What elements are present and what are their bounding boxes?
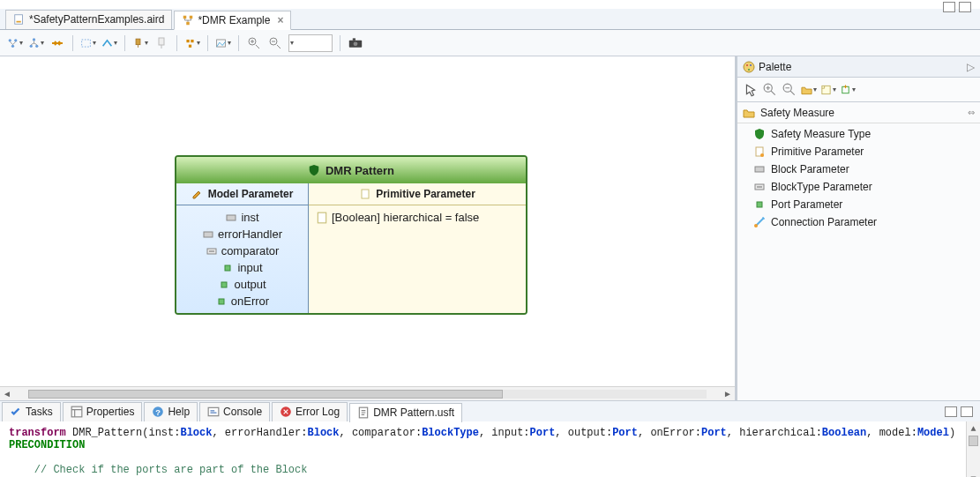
palette-panel: Palette ▷ Safety Measure ⇔ Safety Measur…: [737, 56, 980, 400]
folder-open-icon: [743, 107, 755, 119]
view-help[interactable]: ?Help: [144, 402, 198, 421]
route-icon[interactable]: [101, 35, 117, 51]
view-tasks[interactable]: Tasks: [2, 402, 61, 421]
pattern-node[interactable]: DMR Pattern Model Parameter inst errorHa…: [175, 155, 527, 315]
svg-rect-15: [191, 39, 193, 41]
diagram-toolbar: [0, 30, 980, 56]
model-param[interactable]: comparator: [182, 242, 303, 259]
source-editor[interactable]: transform DMR_Pattern(inst:Block, errorH…: [0, 421, 980, 477]
zoom-in-icon[interactable]: [762, 82, 778, 98]
svg-point-5: [9, 39, 11, 41]
horizontal-sash[interactable]: [0, 399, 980, 402]
model-param[interactable]: onError: [182, 293, 303, 309]
zoom-out-icon[interactable]: [267, 35, 283, 51]
layout-graph-icon[interactable]: [7, 35, 23, 51]
cursor-icon[interactable]: [743, 82, 759, 98]
svg-point-7: [11, 44, 14, 47]
palette-tool-list: Safety Measure Type Primitive Parameter …: [737, 123, 980, 233]
tab-dmr-example[interactable]: *DMR Example ×: [174, 11, 291, 30]
model-file-icon: [13, 13, 26, 26]
note-icon[interactable]: [820, 82, 836, 98]
tool-primitive-parameter[interactable]: Primitive Parameter: [737, 143, 980, 160]
folder-icon[interactable]: [801, 82, 817, 98]
zoom-in-icon[interactable]: [246, 35, 262, 51]
svg-rect-45: [757, 202, 762, 207]
help-icon: ?: [152, 406, 164, 418]
tab-label: *DMR Example: [198, 14, 270, 26]
scroll-thumb[interactable]: [969, 436, 978, 446]
tool-blocktype-parameter[interactable]: BlockType Parameter: [737, 178, 980, 196]
port-icon: [753, 198, 766, 211]
select-tool-icon[interactable]: [80, 35, 96, 51]
palette-title: Palette: [759, 61, 791, 73]
top-window-controls: [943, 2, 971, 12]
editor-vertical-scrollbar[interactable]: ▲ ▼: [966, 421, 980, 477]
section-pin-icon[interactable]: ⇔: [968, 108, 975, 117]
export-image-icon[interactable]: [215, 35, 231, 51]
scroll-up-icon[interactable]: ▲: [967, 421, 980, 436]
palette-header[interactable]: Palette ▷: [737, 56, 980, 78]
svg-point-35: [748, 69, 750, 71]
sheet-icon: [316, 212, 328, 224]
svg-point-6: [14, 39, 17, 41]
tool-safety-measure-type[interactable]: Safety Measure Type: [737, 125, 980, 143]
layout-tree-icon[interactable]: [28, 35, 44, 51]
svg-rect-50: [208, 407, 219, 415]
minimize-view-icon[interactable]: [945, 406, 957, 417]
port-icon: [221, 262, 234, 274]
pattern-title-bar: DMR Pattern: [176, 157, 526, 183]
tool-port-parameter[interactable]: Port Parameter: [737, 196, 980, 213]
view-dmr-pattern-src[interactable]: DMR Pattern.usft: [349, 403, 462, 422]
model-param[interactable]: input: [182, 259, 303, 276]
model-param[interactable]: errorHandler: [182, 226, 303, 242]
diagram-canvas[interactable]: DMR Pattern Model Parameter inst errorHa…: [0, 56, 737, 400]
primitive-param[interactable]: [Boolean] hierarchical = false: [316, 209, 519, 226]
arrange-icon[interactable]: [49, 35, 65, 51]
block-icon: [753, 163, 766, 175]
close-icon[interactable]: ×: [277, 14, 283, 26]
camera-icon[interactable]: [348, 35, 363, 51]
blocktype-icon: [206, 245, 218, 257]
zoom-level-combo[interactable]: [288, 34, 333, 52]
unpin-icon[interactable]: [153, 35, 169, 51]
minimize-icon[interactable]: [943, 2, 955, 12]
svg-rect-11: [82, 39, 91, 46]
model-param[interactable]: output: [182, 276, 303, 293]
svg-rect-47: [71, 406, 82, 417]
svg-rect-12: [136, 39, 140, 45]
new-element-icon[interactable]: [840, 82, 856, 98]
svg-rect-14: [186, 39, 189, 41]
sheet-icon: [753, 145, 766, 158]
primitive-parameter-column: Primitive Parameter [Boolean] hierarchic…: [309, 183, 526, 313]
port-icon: [218, 279, 230, 291]
copy-layout-icon[interactable]: [184, 35, 200, 51]
diagram-icon: [182, 14, 194, 26]
tab-label: *SafetyPatternExamples.aird: [29, 13, 164, 26]
view-properties[interactable]: Properties: [63, 402, 143, 421]
maximize-icon[interactable]: [959, 2, 971, 12]
pin-icon[interactable]: [132, 35, 148, 51]
tab-safety-pattern-examples[interactable]: *SafetyPatternExamples.aird: [5, 10, 172, 29]
tool-block-parameter[interactable]: Block Parameter: [737, 160, 980, 178]
maximize-view-icon[interactable]: [961, 406, 973, 417]
tasks-icon: [10, 406, 22, 418]
views-tab-bar: Tasks Properties ?Help Console Error Log…: [0, 400, 980, 421]
svg-text:?: ?: [156, 408, 161, 417]
svg-point-32: [744, 62, 754, 72]
scroll-thumb[interactable]: [28, 390, 503, 399]
svg-rect-30: [362, 190, 369, 198]
svg-rect-28: [221, 282, 227, 287]
scroll-down-icon[interactable]: ▼: [967, 472, 980, 477]
tool-connection-parameter[interactable]: Connection Parameter: [737, 213, 980, 231]
palette-icon: [743, 61, 755, 73]
collapse-arrow-icon[interactable]: ▷: [967, 61, 975, 73]
svg-rect-22: [353, 38, 355, 40]
svg-rect-3: [190, 15, 193, 19]
palette-section-header[interactable]: Safety Measure ⇔: [737, 102, 980, 123]
zoom-out-icon[interactable]: [782, 82, 797, 98]
view-error-log[interactable]: Error Log: [272, 402, 348, 421]
model-param[interactable]: inst: [182, 209, 303, 226]
svg-rect-0: [15, 15, 23, 25]
view-console[interactable]: Console: [199, 402, 270, 421]
column-header: Primitive Parameter: [376, 188, 475, 200]
